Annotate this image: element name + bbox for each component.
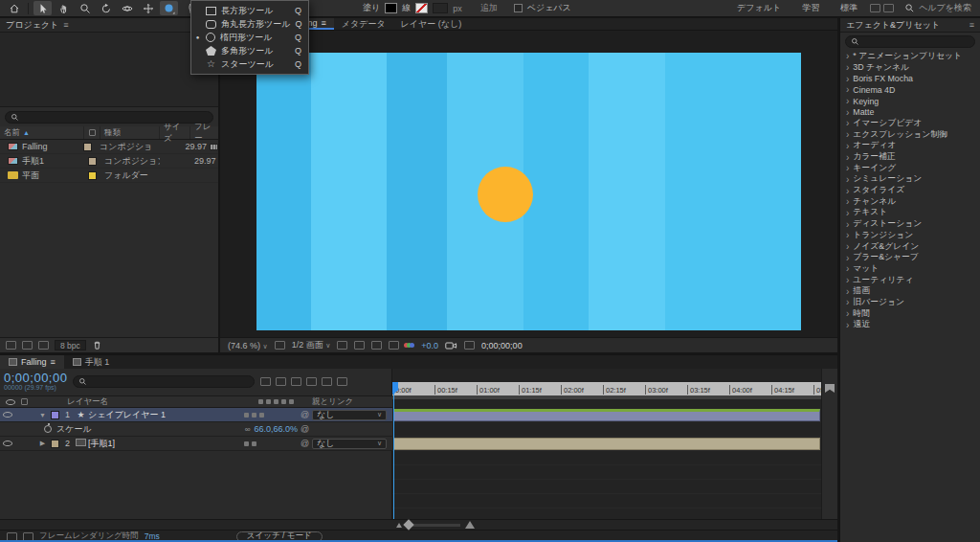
effect-category[interactable]: › ユーティリティ <box>840 275 980 286</box>
chevron-right-icon[interactable]: › <box>846 142 849 150</box>
eye-icon[interactable] <box>6 399 15 405</box>
effect-category[interactable]: › 描画 <box>840 285 980 297</box>
grid-guides-icon[interactable] <box>275 341 285 350</box>
composition-mini-flowchart-icon[interactable] <box>260 377 271 386</box>
tab-layer-none[interactable]: レイヤー (なし) <box>393 18 470 30</box>
effect-category[interactable]: › キーイング <box>840 163 980 174</box>
exposure-value[interactable]: +0.0 <box>421 341 438 350</box>
chevron-right-icon[interactable]: › <box>846 63 849 72</box>
ruler-icon[interactable] <box>389 341 399 350</box>
effect-category[interactable]: › チャンネル <box>840 196 980 208</box>
chevron-right-icon[interactable]: › <box>846 276 849 284</box>
menu-item[interactable]: ● 多角形ツール Q <box>191 44 308 57</box>
effect-category[interactable]: › 3D チャンネル <box>840 62 980 74</box>
chevron-right-icon[interactable]: › <box>846 164 849 172</box>
fill-swatch[interactable] <box>385 3 397 13</box>
hide-shy-layers-icon[interactable] <box>291 377 301 386</box>
mask-visibility-icon[interactable] <box>337 341 347 350</box>
layer-2-duration-bar[interactable] <box>393 438 820 450</box>
performance-icon[interactable] <box>23 532 33 541</box>
eye-icon[interactable] <box>3 440 12 446</box>
thumbnail-view-icon[interactable] <box>6 341 16 350</box>
timeline-zoom-slider[interactable] <box>407 524 460 527</box>
menu-item[interactable]: ● 角丸長方形ツール Q <box>191 17 308 31</box>
column-type[interactable]: 種類 <box>100 126 160 139</box>
playhead-line[interactable] <box>393 382 394 519</box>
effect-category[interactable]: › Keying <box>840 96 980 107</box>
chevron-right-icon[interactable]: › <box>846 175 849 184</box>
scale-value[interactable]: 66.0,66.0% <box>254 424 298 434</box>
project-bit-depth[interactable]: 8 bpc <box>55 340 86 350</box>
menu-item[interactable]: ● 長方形ツール Q <box>191 4 308 17</box>
column-name[interactable]: 名前▲ <box>0 126 84 139</box>
layer-row-2[interactable]: ▶ 2 [手順1] @ なし∨ <box>0 437 392 451</box>
camera-tool[interactable] <box>118 1 136 15</box>
comp-marker-icon[interactable] <box>825 384 835 393</box>
rotate-tool[interactable] <box>97 1 115 15</box>
playhead-handle[interactable] <box>392 382 398 391</box>
layer-label-chip[interactable] <box>51 411 59 419</box>
effect-category[interactable]: › トランジション <box>840 230 980 241</box>
zoom-in-mountain-icon[interactable] <box>465 521 475 529</box>
effect-category[interactable]: › ディストーション <box>840 218 980 230</box>
timeline-tab-falling[interactable]: Falling ≡ <box>0 355 64 369</box>
zoom-slider-handle[interactable] <box>403 519 413 530</box>
label-chip[interactable] <box>88 157 97 166</box>
label-chip[interactable] <box>88 171 97 180</box>
layer-name[interactable]: シェイプレイヤー 1 <box>88 409 244 421</box>
timeline-search-input[interactable] <box>73 375 255 388</box>
panel-menu-icon[interactable] <box>883 4 894 12</box>
render-status-icon[interactable] <box>7 532 17 541</box>
effect-category[interactable]: › カラー補正 <box>840 151 980 163</box>
timeline-track-area[interactable]: 0:00f 00:15f 01:00f 01:15f 02:00f 02:15f… <box>392 369 821 519</box>
chevron-right-icon[interactable]: › <box>846 321 849 329</box>
label-column-icon[interactable] <box>21 398 28 405</box>
effect-category[interactable]: › ノイズ&グレイン <box>840 241 980 253</box>
motion-blur-icon[interactable] <box>322 377 332 386</box>
zoom-out-mountain-icon[interactable] <box>396 523 402 528</box>
chevron-right-icon[interactable]: › <box>846 119 849 127</box>
trash-icon[interactable] <box>92 340 102 350</box>
chevron-right-icon[interactable]: › <box>846 85 849 94</box>
effects-search-input[interactable] <box>845 35 975 48</box>
parent-dropdown[interactable]: なし∨ <box>312 410 387 420</box>
chevron-right-icon[interactable]: › <box>846 75 849 83</box>
pickwhip-icon[interactable]: @ <box>298 424 312 434</box>
chevron-right-icon[interactable]: › <box>846 254 849 262</box>
chevron-right-icon[interactable]: › <box>846 231 849 239</box>
camera-snapshot-icon[interactable] <box>445 341 457 350</box>
project-panel-header[interactable]: プロジェクト ≡ <box>0 18 218 33</box>
chevron-right-icon[interactable]: › <box>846 108 849 117</box>
chevron-right-icon[interactable]: › <box>846 153 849 162</box>
effect-category[interactable]: › 時間 <box>840 308 980 320</box>
property-label[interactable]: スケール <box>56 423 92 436</box>
effect-category[interactable]: › オーディオ <box>840 141 980 152</box>
stroke-swatch[interactable] <box>415 3 428 13</box>
composition-timecode[interactable]: 0;00;00;00 <box>481 341 523 350</box>
panel-menu-icon[interactable]: ≡ <box>322 18 326 28</box>
collapse-arrow-icon[interactable]: ▶ <box>36 440 49 447</box>
workspace-button[interactable]: 学習 <box>802 2 819 14</box>
stroke-width-field[interactable] <box>433 3 448 13</box>
workspace-menu-icon[interactable] <box>870 4 880 12</box>
effect-category[interactable]: › 遠近 <box>840 320 980 331</box>
workspace-button[interactable]: デフォルト <box>737 2 781 14</box>
pickwhip-icon[interactable]: @ <box>298 410 312 419</box>
property-row-scale[interactable]: スケール ∞ 66.0,66.0% @ <box>0 422 392 437</box>
effect-category[interactable]: › エクスプレッション制御 <box>840 129 980 141</box>
chevron-right-icon[interactable]: › <box>846 287 849 296</box>
effect-category[interactable]: › マット <box>840 263 980 275</box>
workspace-button[interactable]: 標準 <box>840 2 858 14</box>
channel-color-icon[interactable] <box>406 343 414 348</box>
work-area-bar[interactable] <box>392 395 821 399</box>
chevron-right-icon[interactable]: › <box>846 187 849 195</box>
layer-switches[interactable] <box>244 413 298 418</box>
panel-menu-icon[interactable]: ≡ <box>969 20 974 30</box>
chevron-right-icon[interactable]: › <box>846 298 849 306</box>
new-composition-icon[interactable] <box>38 341 49 350</box>
layer-name-column[interactable]: レイヤー名 <box>67 396 258 408</box>
table-row[interactable]: 手順1 コンポジション 29.97 <box>0 154 218 169</box>
composition-viewport[interactable] <box>256 53 802 330</box>
effect-category[interactable]: › ブラー&シャープ <box>840 252 980 263</box>
switches-modes-button[interactable]: スイッチ / モード <box>236 531 323 542</box>
